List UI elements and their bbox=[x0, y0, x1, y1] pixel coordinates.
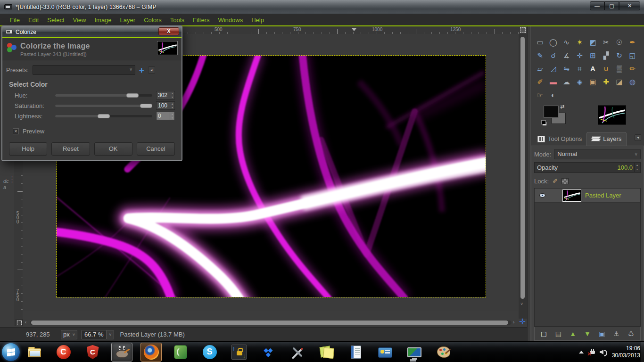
bucket-fill-tool[interactable]: ∪ bbox=[600, 62, 612, 75]
taskbar-windows-explorer[interactable] bbox=[24, 343, 45, 362]
taskbar-gimp[interactable] bbox=[111, 343, 132, 362]
duplicate-layer-button[interactable]: ▣ bbox=[596, 328, 608, 339]
airbrush-tool[interactable]: ☁ bbox=[560, 75, 573, 88]
free-select-tool[interactable]: ∿ bbox=[560, 36, 573, 49]
menu-item-edit[interactable]: Edit bbox=[24, 15, 43, 25]
select-by-color-tool[interactable]: ◩ bbox=[586, 36, 599, 49]
clone-tool[interactable]: ▣ bbox=[586, 75, 599, 88]
layer-visibility-eye-icon[interactable] bbox=[539, 193, 545, 197]
blur-sharpen-tool[interactable]: ◍ bbox=[626, 75, 639, 88]
presets-select[interactable] bbox=[33, 65, 135, 75]
menu-item-layer[interactable]: Layer bbox=[116, 15, 140, 25]
shear-tool[interactable]: ▱ bbox=[534, 62, 546, 75]
swap-colors-icon[interactable]: ⇄ bbox=[560, 104, 564, 110]
delete-layer-button[interactable]: ♺ bbox=[625, 328, 637, 339]
new-layer-button[interactable]: ▢ bbox=[537, 328, 550, 339]
paintbrush-tool[interactable]: ✐ bbox=[534, 75, 546, 88]
dialog-close-button[interactable]: X bbox=[158, 27, 179, 35]
tab-tool-options[interactable]: Tool Options bbox=[533, 132, 586, 146]
default-colors-icon[interactable] bbox=[541, 120, 547, 126]
taskbar-ccleaner[interactable] bbox=[53, 343, 74, 362]
vertical-scrollbar[interactable]: ˅ bbox=[519, 34, 527, 319]
preview-checkbox[interactable] bbox=[13, 128, 19, 134]
menu-item-image[interactable]: Image bbox=[90, 15, 116, 25]
close-button[interactable]: ✕ bbox=[619, 1, 640, 10]
dock-menu-button[interactable]: ◂ bbox=[635, 134, 641, 141]
menu-item-file[interactable]: File bbox=[6, 15, 24, 25]
unit-select[interactable]: px˅ bbox=[61, 330, 77, 339]
zoom-tool[interactable]: ☌ bbox=[547, 49, 560, 62]
vertical-scrollbar-thumb[interactable] bbox=[520, 37, 525, 299]
quick-mask-toggle[interactable] bbox=[16, 319, 23, 326]
network-disconnected-icon[interactable]: ✕ bbox=[588, 349, 595, 355]
taskbar-comodo[interactable] bbox=[82, 343, 103, 362]
lightness-slider-track[interactable] bbox=[55, 115, 152, 117]
add-preset-button[interactable]: + bbox=[139, 66, 144, 74]
paths-tool[interactable]: ✒ bbox=[626, 36, 639, 49]
taskbar-control-panel[interactable] bbox=[374, 343, 396, 362]
drag-handle-icon[interactable]: ⋮⋮ bbox=[10, 176, 14, 183]
menu-item-colors[interactable]: Colors bbox=[140, 15, 166, 25]
opacity-spinner[interactable]: ▴▾ bbox=[634, 163, 640, 172]
menu-item-tools[interactable]: Tools bbox=[166, 15, 189, 25]
blend-tool[interactable]: ▒ bbox=[613, 62, 626, 75]
taskbar-paint[interactable] bbox=[433, 343, 454, 362]
saturation-value-spinbox[interactable]: 100 ▲▼ bbox=[156, 101, 175, 110]
anchor-layer-button[interactable]: ⚓ bbox=[611, 328, 623, 339]
menu-item-windows[interactable]: Windows bbox=[214, 15, 247, 25]
taskbar-display-settings[interactable] bbox=[404, 343, 425, 362]
taskbar-dropbox[interactable] bbox=[257, 343, 279, 362]
zoom-level-value[interactable]: 66.7 % bbox=[81, 330, 107, 339]
foreground-select-tool[interactable]: ☉ bbox=[613, 36, 626, 49]
tab-layers[interactable]: Layers bbox=[586, 132, 627, 146]
lock-alpha-icon[interactable] bbox=[561, 178, 569, 184]
ink-tool[interactable]: ◈ bbox=[573, 75, 586, 88]
horizontal-scrollbar-thumb[interactable] bbox=[31, 321, 508, 325]
spinner-arrows-icon[interactable]: ▲▼ bbox=[170, 112, 174, 120]
heal-tool[interactable]: ✚ bbox=[600, 75, 612, 88]
lower-layer-button[interactable]: ▼ bbox=[581, 328, 594, 339]
opacity-slider[interactable]: Opacity 100.0 ▴▾ bbox=[534, 162, 641, 173]
perspective-clone-tool[interactable]: ◪ bbox=[613, 75, 626, 88]
ok-button[interactable]: OK bbox=[94, 142, 132, 156]
scroll-down-icon[interactable]: ˅ bbox=[520, 302, 523, 306]
ellipse-select-tool[interactable]: ◯ bbox=[547, 36, 560, 49]
window-titlebar[interactable]: *[Untitled]-33.0 (RGB color, 1 layer) 13… bbox=[0, 0, 644, 14]
menu-item-filters[interactable]: Filters bbox=[189, 15, 214, 25]
taskbar-sticky-notes[interactable] bbox=[316, 343, 337, 362]
perspective-tool[interactable]: ◿ bbox=[547, 62, 560, 75]
reset-button[interactable]: Reset bbox=[51, 142, 90, 156]
minimize-button[interactable]: — bbox=[590, 1, 604, 10]
taskbar-utilities[interactable] bbox=[287, 343, 308, 362]
zoom-select-arrow[interactable]: ˅ bbox=[107, 330, 114, 339]
help-button[interactable]: Help bbox=[9, 142, 47, 156]
rotate-tool[interactable]: ↻ bbox=[613, 49, 626, 62]
scroll-left-icon[interactable]: ‹ bbox=[25, 320, 26, 325]
show-desktop-button[interactable] bbox=[641, 342, 644, 362]
horizontal-scrollbar[interactable] bbox=[30, 321, 512, 325]
smudge-tool[interactable]: ☞ bbox=[534, 89, 546, 101]
taskbar-secure-sync[interactable]: ↑↓ bbox=[228, 343, 249, 362]
tray-clock[interactable]: 19:0630/03/2013 bbox=[612, 345, 640, 359]
hue-slider-handle[interactable] bbox=[126, 93, 139, 98]
saturation-slider-handle[interactable] bbox=[140, 104, 152, 108]
lightness-slider-handle[interactable] bbox=[98, 114, 110, 118]
scissors-select-tool[interactable]: ✂ bbox=[600, 36, 612, 49]
brush-preview-thumbnail[interactable] bbox=[598, 105, 626, 125]
navigation-preview-button[interactable]: ✛ bbox=[517, 317, 528, 327]
raise-layer-button[interactable]: ▲ bbox=[567, 328, 579, 339]
preset-menu-button[interactable]: ◂ bbox=[148, 66, 155, 74]
dialog-titlebar[interactable]: Colorize X bbox=[2, 26, 182, 37]
text-tool[interactable]: A bbox=[586, 62, 599, 75]
menu-item-help[interactable]: Help bbox=[247, 15, 268, 25]
show-hidden-icons[interactable] bbox=[579, 351, 584, 354]
pencil-tool[interactable]: ✏ bbox=[626, 62, 639, 75]
spinner-arrows-icon[interactable]: ▲▼ bbox=[170, 91, 174, 99]
taskbar-writer[interactable] bbox=[345, 343, 366, 362]
lightness-value-spinbox[interactable]: 0 ▲▼ bbox=[156, 112, 175, 120]
crop-tool[interactable]: ▞ bbox=[600, 49, 612, 62]
spinner-arrows-icon[interactable]: ▲▼ bbox=[170, 102, 174, 109]
cage-transform-tool[interactable]: ⌗ bbox=[573, 62, 586, 75]
saturation-slider-track[interactable] bbox=[55, 105, 152, 107]
color-picker-tool[interactable]: ✎ bbox=[534, 49, 546, 62]
